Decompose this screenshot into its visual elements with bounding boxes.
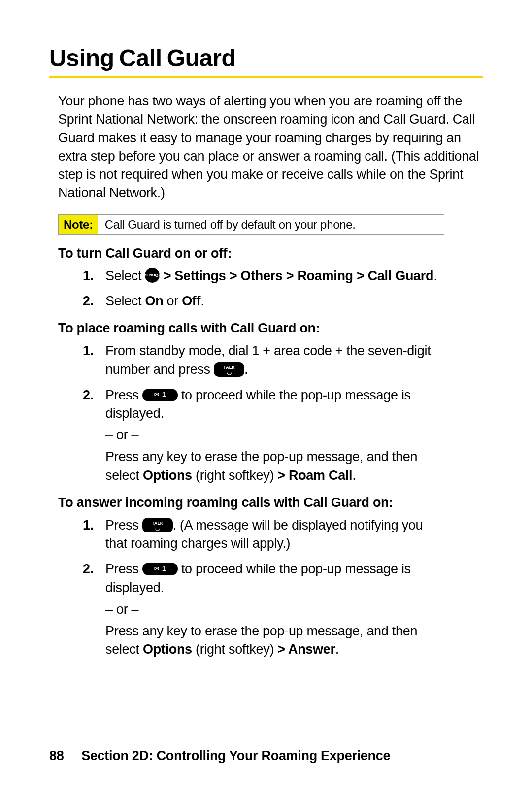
- step: Select On or Off.: [83, 292, 483, 311]
- step: Select MENUOK > Settings > Others > Roam…: [83, 267, 483, 286]
- one-key-icon: ✉1: [142, 563, 178, 575]
- step-text: .: [244, 362, 248, 377]
- step-text: Press: [105, 562, 142, 576]
- step-text: .: [335, 642, 339, 657]
- page-number: 88: [49, 748, 78, 764]
- subhead-answer-roaming: To answer incoming roaming calls with Ca…: [58, 495, 483, 510]
- step-text: .: [433, 268, 437, 283]
- step: Press TALK◡. (A message will be displaye…: [83, 516, 483, 554]
- step: Press ✉1 to proceed while the pop-up mes…: [83, 386, 483, 485]
- page-footer: 88 Section 2D: Controlling Your Roaming …: [49, 748, 390, 764]
- step: From standby mode, dial 1 + area code + …: [83, 342, 483, 379]
- option-off: Off: [182, 294, 200, 308]
- subhead-turn-on-off: To turn Call Guard on or off:: [58, 246, 483, 261]
- step-path: > Settings > Others > Roaming > Call Gua…: [160, 268, 433, 283]
- note-text: Call Guard is turned off by default on y…: [98, 215, 444, 234]
- menu-answer: > Answer: [277, 642, 335, 657]
- menu-ok-key-icon: MENUOK: [145, 268, 160, 283]
- one-key-icon: ✉1: [142, 389, 178, 401]
- step-text: From standby mode, dial 1 + area code + …: [105, 343, 431, 377]
- or-separator: – or –: [105, 426, 443, 445]
- page-heading: Using Call Guard: [49, 44, 483, 71]
- note-label: Note:: [59, 215, 98, 234]
- steps-turn-on-off: Select MENUOK > Settings > Others > Roam…: [83, 267, 483, 311]
- menu-roam-call: > Roam Call: [277, 468, 352, 483]
- subhead-place-roaming: To place roaming calls with Call Guard o…: [58, 321, 483, 336]
- note-box: Note: Call Guard is turned off by defaul…: [58, 214, 444, 235]
- talk-key-icon: TALK◡: [214, 362, 244, 377]
- step-text: (right softkey): [192, 468, 277, 483]
- step-text: Press: [105, 518, 142, 532]
- softkey-options: Options: [143, 468, 192, 483]
- steps-answer-roaming: Press TALK◡. (A message will be displaye…: [83, 516, 483, 660]
- option-on: On: [145, 294, 163, 308]
- manual-page: Using Call Guard Your phone has two ways…: [0, 0, 532, 798]
- step-text: Select: [105, 294, 145, 308]
- step: Press ✉1 to proceed while the pop-up mes…: [83, 560, 483, 659]
- talk-key-icon: TALK◡: [142, 518, 173, 532]
- steps-place-roaming: From standby mode, dial 1 + area code + …: [83, 342, 483, 485]
- step-text: Select: [105, 268, 145, 283]
- step-text: Press: [105, 388, 142, 402]
- heading-rule: [49, 76, 483, 78]
- softkey-options: Options: [143, 642, 192, 657]
- or-separator: – or –: [105, 600, 443, 619]
- step-text: or: [163, 294, 182, 308]
- step-text: .: [200, 294, 204, 308]
- section-title: Section 2D: Controlling Your Roaming Exp…: [81, 748, 390, 763]
- step-text: .: [352, 468, 356, 483]
- step-text: (right softkey): [192, 642, 277, 657]
- intro-paragraph: Your phone has two ways of alerting you …: [58, 92, 483, 202]
